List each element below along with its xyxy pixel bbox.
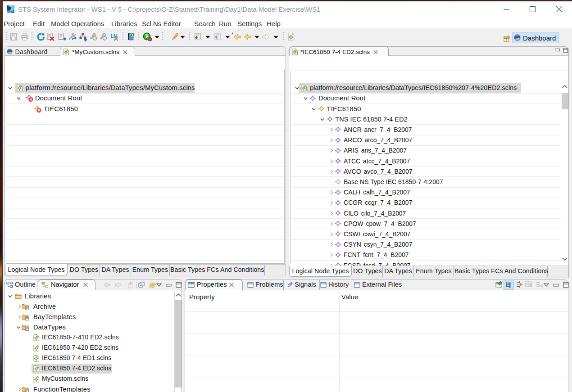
svg-text:STS: STS [7,11,12,14]
svg-text:*: * [232,32,234,38]
